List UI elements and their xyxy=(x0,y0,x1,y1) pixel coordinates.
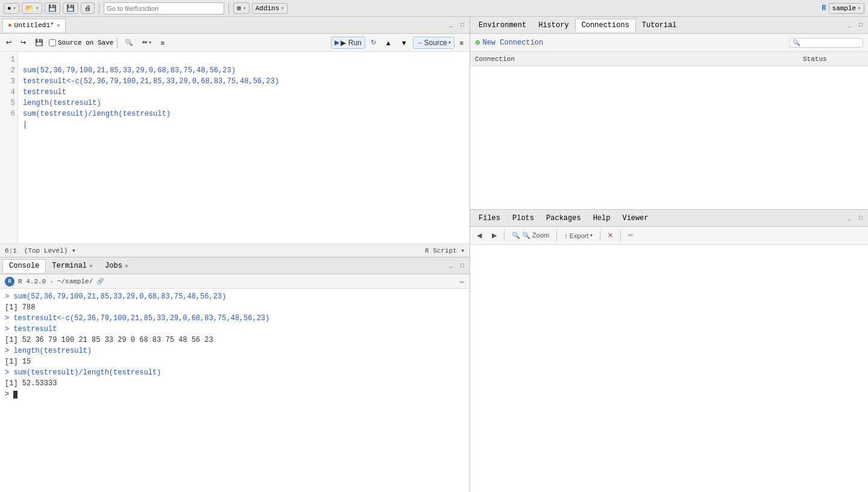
console-line-2: [1] 788 xyxy=(5,302,465,313)
console-maximize-btn[interactable]: □ xyxy=(458,261,467,271)
undo-icon: ↩ xyxy=(6,39,11,46)
search-icon-small: 🔍 xyxy=(793,39,800,46)
editor-maximize-btn[interactable]: □ xyxy=(458,20,467,30)
working-dir[interactable]: ~/sample/ xyxy=(57,278,93,285)
find-replace-btn[interactable]: ✏ ▾ xyxy=(139,37,155,48)
working-dir-link-icon: 🔗 xyxy=(96,278,104,285)
new-icon: ● xyxy=(7,5,11,12)
console-content[interactable]: > sum(52,36,79,100,21,85,33,29,0,68,83,7… xyxy=(0,289,470,492)
tab-tutorial[interactable]: Tutorial xyxy=(636,19,683,32)
editor-minimize-btn[interactable]: _ xyxy=(446,20,456,30)
undo-btn[interactable]: ↩ xyxy=(2,37,15,48)
tab-plots[interactable]: Plots xyxy=(506,212,540,225)
console-line-3: > testresult<-c(52,36,79,100,21,85,33,29… xyxy=(5,313,465,324)
clear-console-btn[interactable]: ✏ xyxy=(460,276,465,286)
search-btn[interactable]: 🔍 xyxy=(121,37,137,48)
history-tab-label: History xyxy=(538,21,568,30)
source-icon: → xyxy=(417,39,423,46)
back-icon: ◀ xyxy=(477,232,482,239)
forward-icon: ▶ xyxy=(492,232,497,239)
save-all-btn[interactable]: 💾 xyxy=(63,2,78,14)
env-tab-label: Environment xyxy=(479,21,526,30)
r-logo-icon: R xyxy=(822,4,826,13)
console-line-4: > testresult xyxy=(5,324,465,335)
addins-label: Addins xyxy=(256,5,280,12)
console-label: Console xyxy=(9,262,39,270)
plots-back-btn[interactable]: ◀ xyxy=(473,230,486,241)
tab-connections[interactable]: Connections xyxy=(575,19,636,32)
plots-forward-btn[interactable]: ▶ xyxy=(488,230,501,241)
jobs-label: Jobs xyxy=(105,262,122,270)
source-btn[interactable]: → Source ▾ xyxy=(413,37,454,49)
down-btn[interactable]: ▼ xyxy=(397,37,411,48)
options-icon: ≡ xyxy=(460,39,464,46)
delete-plot-btn[interactable]: ✕ xyxy=(603,230,617,241)
env-maximize-btn[interactable]: □ xyxy=(856,20,866,30)
console-tabs-bar: Console Terminal ✕ Jobs ✕ _ □ xyxy=(0,257,470,274)
goto-input[interactable] xyxy=(104,2,224,14)
tutorial-tab-label: Tutorial xyxy=(642,21,677,30)
new-conn-icon: ⊕ xyxy=(475,37,480,48)
rerun-btn[interactable]: ↻ xyxy=(367,37,380,48)
tab-environment[interactable]: Environment xyxy=(473,19,532,32)
save-all-icon: 💾 xyxy=(66,4,75,12)
console-minimize-btn[interactable]: _ xyxy=(446,261,456,271)
tab-jobs[interactable]: Jobs ✕ xyxy=(99,259,134,273)
code-editor[interactable]: sum(52,36,79,100,21,85,33,29,0,68,83,75,… xyxy=(18,52,470,244)
files-maximize-btn[interactable]: □ xyxy=(856,213,866,223)
tab-packages[interactable]: Packages xyxy=(540,212,587,225)
run-btn[interactable]: ▶ ▶ Run xyxy=(331,37,365,49)
more-options-btn[interactable]: ≡ xyxy=(157,37,168,48)
zoom-btn[interactable]: 🔍 🔍 Zoom xyxy=(508,230,553,241)
zoom-icon: 🔍 xyxy=(512,232,520,239)
addins-btn[interactable]: Addins ▾ xyxy=(252,3,288,14)
editor-save-btn[interactable]: 💾 xyxy=(31,37,47,48)
tab-close-btn[interactable]: ✕ xyxy=(57,22,60,29)
layout-btn[interactable]: ⊞ ▾ xyxy=(233,2,249,14)
files-tab-label: Files xyxy=(479,214,500,222)
help-tab-label: Help xyxy=(593,214,611,222)
console-line-7: [1] 15 xyxy=(5,356,465,367)
export-btn[interactable]: ↑ Export ▾ xyxy=(560,230,597,241)
brush-btn[interactable]: ✏ xyxy=(624,230,638,241)
editor-toolbar-sep xyxy=(117,37,118,48)
print-btn[interactable]: 🖨 xyxy=(81,2,95,14)
env-minimize-btn[interactable]: _ xyxy=(844,20,854,30)
terminal-close-btn[interactable]: ✕ xyxy=(89,262,93,270)
source-on-save-checkbox[interactable] xyxy=(49,39,56,46)
console-line-1: > sum(52,36,79,100,21,85,33,29,0,68,83,7… xyxy=(5,291,465,302)
console-line-9: [1] 52.53333 xyxy=(5,378,465,389)
right-panel: Environment History Connections Tutorial… xyxy=(470,17,868,492)
files-tabs-bar: Files Plots Packages Help Viewer _ □ xyxy=(470,210,868,227)
left-panel: ● Untitled1* ✕ _ □ ↩ ↪ 💾 xyxy=(0,17,470,492)
user-btn[interactable]: sample ▾ xyxy=(829,3,864,14)
new-connection-btn[interactable]: ⊕ New Connection xyxy=(475,37,543,48)
up-icon: ▲ xyxy=(385,39,392,46)
tab-viewer[interactable]: Viewer xyxy=(616,212,654,225)
tab-help[interactable]: Help xyxy=(587,212,617,225)
files-minimize-btn[interactable]: _ xyxy=(844,213,854,223)
tab-console[interactable]: Console xyxy=(2,259,46,273)
save-icon: 💾 xyxy=(48,4,57,12)
connection-search-input[interactable] xyxy=(800,39,860,46)
open-file-btn[interactable]: 📂 ▾ xyxy=(22,2,42,14)
scope-indicator[interactable]: (Top Level) ▾ xyxy=(24,247,76,254)
files-toolbar-sep-2 xyxy=(556,230,557,241)
toolbar-separator xyxy=(99,3,99,14)
save-btn[interactable]: 💾 xyxy=(45,2,60,14)
rerun-icon: ↻ xyxy=(371,39,376,46)
tab-history[interactable]: History xyxy=(532,19,574,32)
new-file-btn[interactable]: ● ▾ xyxy=(4,3,19,14)
redo-btn[interactable]: ↪ xyxy=(17,37,30,48)
jobs-close-btn[interactable]: ✕ xyxy=(125,262,128,270)
tab-terminal[interactable]: Terminal ✕ xyxy=(46,259,99,273)
editor-options-btn[interactable]: ≡ xyxy=(456,37,467,48)
editor-save-icon: 💾 xyxy=(35,39,43,46)
file-type[interactable]: R Script ▾ xyxy=(425,247,465,254)
dot-separator: · xyxy=(49,278,54,285)
tab-files[interactable]: Files xyxy=(473,212,506,225)
connections-content: Connection Status xyxy=(470,52,868,209)
up-btn[interactable]: ▲ xyxy=(382,37,395,48)
editor-tab-untitled1[interactable]: ● Untitled1* ✕ xyxy=(2,19,66,32)
export-icon: ↑ xyxy=(564,232,568,239)
